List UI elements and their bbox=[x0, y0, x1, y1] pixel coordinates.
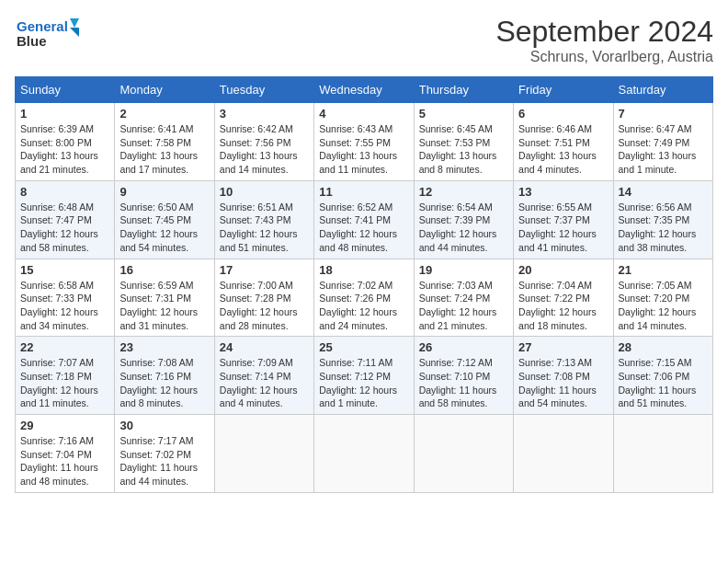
day-number: 26 bbox=[419, 340, 508, 354]
day-number: 29 bbox=[20, 419, 109, 432]
calendar-cell: 9Sunrise: 6:50 AMSunset: 7:45 PMDaylight… bbox=[115, 180, 214, 259]
calendar-cell: 10Sunrise: 6:51 AMSunset: 7:43 PMDayligh… bbox=[214, 180, 313, 259]
calendar-cell: 1Sunrise: 6:39 AMSunset: 8:00 PMDaylight… bbox=[16, 103, 115, 181]
calendar-cell: 23Sunrise: 7:08 AMSunset: 7:16 PMDayligh… bbox=[115, 337, 214, 415]
day-number: 11 bbox=[319, 185, 408, 199]
weekday-header: Wednesday bbox=[314, 77, 414, 103]
location: Schruns, Vorarlberg, Austria bbox=[495, 49, 713, 65]
day-info: Sunrise: 6:42 AMSunset: 7:56 PMDaylight:… bbox=[220, 122, 309, 177]
weekday-header: Tuesday bbox=[214, 77, 313, 103]
day-number: 25 bbox=[319, 340, 408, 354]
day-info: Sunrise: 6:51 AMSunset: 7:43 PMDaylight:… bbox=[220, 201, 309, 255]
calendar-week-row: 8Sunrise: 6:48 AMSunset: 7:47 PMDaylight… bbox=[16, 180, 713, 259]
calendar-week-row: 1Sunrise: 6:39 AMSunset: 8:00 PMDaylight… bbox=[16, 103, 713, 181]
calendar-cell: 5Sunrise: 6:45 AMSunset: 7:53 PMDaylight… bbox=[414, 103, 513, 181]
day-number: 12 bbox=[419, 185, 508, 199]
day-info: Sunrise: 7:04 AMSunset: 7:22 PMDaylight:… bbox=[518, 279, 608, 333]
day-number: 21 bbox=[619, 263, 708, 277]
calendar-cell: 4Sunrise: 6:43 AMSunset: 7:55 PMDaylight… bbox=[314, 103, 414, 181]
day-number: 10 bbox=[220, 185, 309, 199]
day-info: Sunrise: 7:13 AMSunset: 7:08 PMDaylight:… bbox=[518, 356, 608, 410]
day-number: 7 bbox=[619, 107, 708, 121]
calendar-cell: 13Sunrise: 6:55 AMSunset: 7:37 PMDayligh… bbox=[514, 180, 613, 259]
day-number: 23 bbox=[119, 340, 209, 354]
calendar-cell bbox=[214, 415, 313, 493]
day-number: 28 bbox=[619, 340, 708, 354]
calendar-cell bbox=[613, 415, 712, 493]
calendar-cell: 20Sunrise: 7:04 AMSunset: 7:22 PMDayligh… bbox=[514, 259, 613, 337]
weekday-header: Saturday bbox=[613, 77, 712, 103]
calendar-cell: 29Sunrise: 7:16 AMSunset: 7:04 PMDayligh… bbox=[16, 415, 115, 493]
calendar-cell: 27Sunrise: 7:13 AMSunset: 7:08 PMDayligh… bbox=[514, 337, 613, 415]
day-number: 14 bbox=[619, 185, 708, 199]
calendar-cell: 19Sunrise: 7:03 AMSunset: 7:24 PMDayligh… bbox=[414, 259, 513, 337]
day-number: 18 bbox=[319, 263, 408, 277]
calendar-cell: 3Sunrise: 6:42 AMSunset: 7:56 PMDaylight… bbox=[214, 103, 313, 181]
day-info: Sunrise: 6:50 AMSunset: 7:45 PMDaylight:… bbox=[119, 201, 209, 255]
day-info: Sunrise: 6:56 AMSunset: 7:35 PMDaylight:… bbox=[619, 201, 708, 255]
day-info: Sunrise: 7:15 AMSunset: 7:06 PMDaylight:… bbox=[619, 356, 708, 410]
calendar-cell: 11Sunrise: 6:52 AMSunset: 7:41 PMDayligh… bbox=[314, 180, 414, 259]
day-info: Sunrise: 7:17 AMSunset: 7:02 PMDaylight:… bbox=[119, 434, 209, 488]
svg-text:General: General bbox=[17, 18, 68, 34]
day-info: Sunrise: 6:48 AMSunset: 7:47 PMDaylight:… bbox=[20, 201, 109, 255]
day-info: Sunrise: 6:41 AMSunset: 7:58 PMDaylight:… bbox=[119, 122, 209, 177]
svg-marker-3 bbox=[70, 28, 79, 37]
title-block: September 2024 Schruns, Vorarlberg, Aust… bbox=[495, 15, 713, 65]
svg-text:Blue: Blue bbox=[17, 33, 47, 49]
day-number: 20 bbox=[518, 263, 608, 277]
day-info: Sunrise: 6:52 AMSunset: 7:41 PMDaylight:… bbox=[319, 201, 408, 255]
calendar-cell: 6Sunrise: 6:46 AMSunset: 7:51 PMDaylight… bbox=[514, 103, 613, 181]
day-info: Sunrise: 7:12 AMSunset: 7:10 PMDaylight:… bbox=[419, 356, 508, 410]
svg-marker-2 bbox=[70, 18, 79, 28]
day-info: Sunrise: 6:46 AMSunset: 7:51 PMDaylight:… bbox=[518, 122, 608, 177]
calendar-cell: 12Sunrise: 6:54 AMSunset: 7:39 PMDayligh… bbox=[414, 180, 513, 259]
calendar-cell: 24Sunrise: 7:09 AMSunset: 7:14 PMDayligh… bbox=[214, 337, 313, 415]
day-info: Sunrise: 7:07 AMSunset: 7:18 PMDaylight:… bbox=[20, 356, 109, 410]
day-number: 30 bbox=[119, 419, 209, 432]
logo-svg: General Blue bbox=[15, 15, 79, 55]
day-number: 15 bbox=[20, 263, 109, 277]
calendar-cell: 18Sunrise: 7:02 AMSunset: 7:26 PMDayligh… bbox=[314, 259, 414, 337]
day-info: Sunrise: 6:39 AMSunset: 8:00 PMDaylight:… bbox=[20, 122, 109, 177]
day-info: Sunrise: 7:03 AMSunset: 7:24 PMDaylight:… bbox=[419, 279, 508, 333]
day-number: 16 bbox=[119, 263, 209, 277]
calendar-cell: 21Sunrise: 7:05 AMSunset: 7:20 PMDayligh… bbox=[613, 259, 712, 337]
day-info: Sunrise: 7:02 AMSunset: 7:26 PMDaylight:… bbox=[319, 279, 408, 333]
day-number: 19 bbox=[419, 263, 508, 277]
day-number: 9 bbox=[119, 185, 209, 199]
day-info: Sunrise: 6:47 AMSunset: 7:49 PMDaylight:… bbox=[619, 122, 708, 177]
logo: General Blue bbox=[15, 15, 79, 55]
day-info: Sunrise: 6:59 AMSunset: 7:31 PMDaylight:… bbox=[119, 279, 209, 333]
weekday-header: Friday bbox=[514, 77, 613, 103]
day-number: 6 bbox=[518, 107, 608, 121]
day-info: Sunrise: 6:43 AMSunset: 7:55 PMDaylight:… bbox=[319, 122, 408, 177]
day-info: Sunrise: 7:08 AMSunset: 7:16 PMDaylight:… bbox=[119, 356, 209, 410]
weekday-header: Monday bbox=[115, 77, 214, 103]
calendar-cell bbox=[514, 415, 613, 493]
day-number: 13 bbox=[518, 185, 608, 199]
day-info: Sunrise: 6:58 AMSunset: 7:33 PMDaylight:… bbox=[20, 279, 109, 333]
day-info: Sunrise: 6:54 AMSunset: 7:39 PMDaylight:… bbox=[419, 201, 508, 255]
calendar-cell: 17Sunrise: 7:00 AMSunset: 7:28 PMDayligh… bbox=[214, 259, 313, 337]
day-number: 2 bbox=[119, 107, 209, 121]
day-number: 22 bbox=[20, 340, 109, 354]
day-number: 8 bbox=[20, 185, 109, 199]
day-number: 3 bbox=[220, 107, 309, 121]
calendar-week-row: 29Sunrise: 7:16 AMSunset: 7:04 PMDayligh… bbox=[16, 415, 713, 493]
day-info: Sunrise: 7:11 AMSunset: 7:12 PMDaylight:… bbox=[319, 356, 408, 410]
calendar-cell: 25Sunrise: 7:11 AMSunset: 7:12 PMDayligh… bbox=[314, 337, 414, 415]
calendar-cell: 26Sunrise: 7:12 AMSunset: 7:10 PMDayligh… bbox=[414, 337, 513, 415]
calendar-cell bbox=[314, 415, 414, 493]
day-number: 17 bbox=[220, 263, 309, 277]
day-info: Sunrise: 7:16 AMSunset: 7:04 PMDaylight:… bbox=[20, 434, 109, 488]
day-number: 5 bbox=[419, 107, 508, 121]
calendar-cell: 8Sunrise: 6:48 AMSunset: 7:47 PMDaylight… bbox=[16, 180, 115, 259]
calendar-cell: 16Sunrise: 6:59 AMSunset: 7:31 PMDayligh… bbox=[115, 259, 214, 337]
calendar-week-row: 22Sunrise: 7:07 AMSunset: 7:18 PMDayligh… bbox=[16, 337, 713, 415]
day-number: 24 bbox=[220, 340, 309, 354]
calendar-header-row: SundayMondayTuesdayWednesdayThursdayFrid… bbox=[16, 77, 713, 103]
calendar-cell: 28Sunrise: 7:15 AMSunset: 7:06 PMDayligh… bbox=[613, 337, 712, 415]
weekday-header: Thursday bbox=[414, 77, 513, 103]
calendar-cell: 15Sunrise: 6:58 AMSunset: 7:33 PMDayligh… bbox=[16, 259, 115, 337]
